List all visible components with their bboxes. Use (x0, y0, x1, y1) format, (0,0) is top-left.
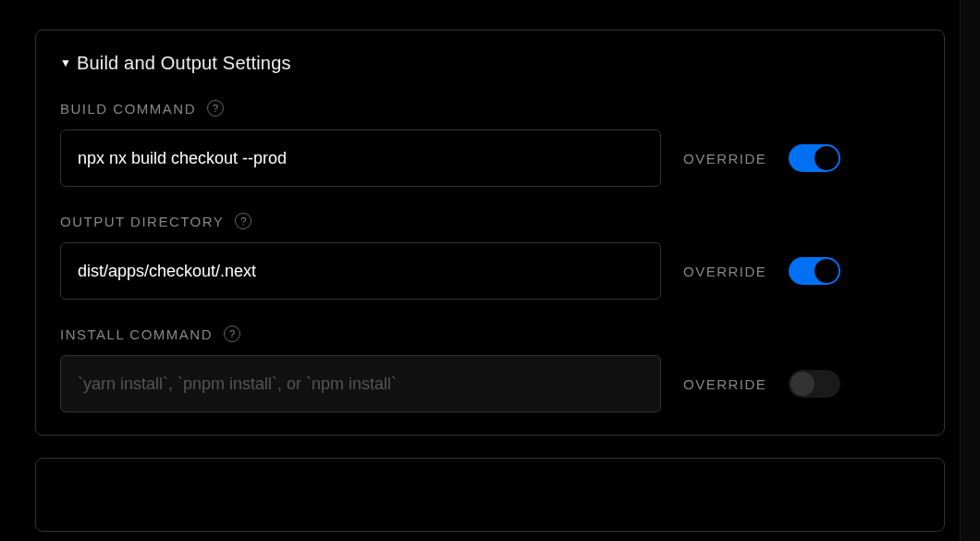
install-command-label: INSTALL COMMAND (60, 326, 213, 342)
output-directory-label: OUTPUT DIRECTORY (60, 214, 224, 229)
build-command-input-row: OVERRIDE (60, 129, 920, 187)
build-command-label-row: BUILD COMMAND ? (60, 100, 920, 117)
next-panel (35, 458, 945, 532)
build-command-input[interactable] (60, 129, 661, 187)
scrollbar-track[interactable] (960, 0, 980, 541)
toggle-knob (815, 259, 839, 283)
output-directory-input-row: OVERRIDE (60, 242, 920, 300)
help-icon[interactable]: ? (235, 213, 251, 229)
output-directory-override-toggle[interactable] (789, 257, 840, 285)
help-icon[interactable]: ? (207, 100, 224, 117)
toggle-knob (790, 372, 815, 396)
toggle-knob (815, 146, 839, 170)
override-label: OVERRIDE (683, 264, 766, 279)
help-icon[interactable]: ? (224, 326, 240, 342)
install-command-input-row: OVERRIDE (60, 355, 920, 412)
override-label: OVERRIDE (683, 376, 766, 392)
build-command-group: BUILD COMMAND ? OVERRIDE (60, 100, 920, 187)
install-command-label-row: INSTALL COMMAND ? (60, 326, 920, 342)
install-command-override-toggle[interactable] (789, 370, 840, 398)
build-command-override-toggle[interactable] (789, 144, 840, 172)
output-directory-input[interactable] (60, 242, 661, 300)
override-label: OVERRIDE (683, 151, 766, 166)
output-directory-group: OUTPUT DIRECTORY ? OVERRIDE (60, 213, 920, 300)
disclosure-triangle-icon: ▼ (60, 57, 71, 68)
panel-title: Build and Output Settings (77, 53, 291, 74)
output-directory-label-row: OUTPUT DIRECTORY ? (60, 213, 920, 229)
install-command-input[interactable] (60, 355, 661, 412)
panel-header[interactable]: ▼ Build and Output Settings (60, 53, 920, 74)
install-command-group: INSTALL COMMAND ? OVERRIDE (60, 326, 920, 412)
build-output-settings-panel: ▼ Build and Output Settings BUILD COMMAN… (35, 30, 945, 436)
build-command-label: BUILD COMMAND (60, 101, 196, 117)
